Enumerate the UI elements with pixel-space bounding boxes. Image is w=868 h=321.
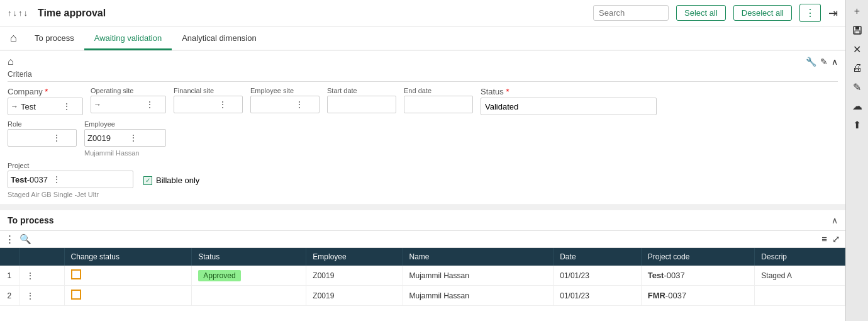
th-dots bbox=[19, 248, 64, 266]
th-description: Descrip bbox=[755, 248, 845, 266]
sort-icons: ↑ ↓ ↑ ↓ bbox=[8, 8, 28, 18]
th-date: Date bbox=[554, 248, 641, 266]
status-input[interactable] bbox=[481, 98, 657, 115]
sort-up-icon[interactable]: ↑ bbox=[8, 8, 12, 18]
row-desc-2 bbox=[755, 286, 845, 306]
row-date-2: 01/01/23 bbox=[554, 286, 641, 306]
tab-awaiting-validation[interactable]: Awaiting validation bbox=[84, 27, 172, 49]
project-sub: Staged Air GB Single -Jet Ultr bbox=[8, 191, 133, 198]
criteria-home-icon[interactable]: ⌂ bbox=[8, 56, 14, 67]
to-process-section: To process ∧ ⋮ 🔍 ≡ ⤢ Change status Statu… bbox=[0, 210, 845, 321]
project-dots[interactable]: ⋮ bbox=[51, 174, 62, 184]
row-change-status-2[interactable] bbox=[64, 286, 192, 306]
sidebar-print-icon[interactable]: 🖨 bbox=[849, 59, 866, 77]
criteria-title: Criteria bbox=[8, 70, 838, 82]
op-site-arrow-icon: → bbox=[94, 100, 101, 109]
th-name: Name bbox=[403, 248, 554, 266]
employee-field: Employee Z0019 ⋮ Mujammil Hassan bbox=[84, 120, 166, 157]
company-dots[interactable]: ⋮ bbox=[61, 101, 72, 111]
to-process-collapse-icon[interactable]: ∧ bbox=[832, 215, 838, 225]
status-field: Status * bbox=[481, 87, 657, 115]
end-date-input[interactable] bbox=[404, 96, 473, 113]
page-title: Time approval bbox=[38, 8, 106, 19]
company-label: Company * bbox=[8, 87, 83, 96]
toolbar-expand-icon[interactable]: ⤢ bbox=[832, 234, 840, 245]
sidebar-add-icon[interactable]: + bbox=[849, 3, 866, 20]
search-input[interactable] bbox=[593, 5, 669, 21]
sidebar-edit-icon[interactable]: ✎ bbox=[849, 78, 866, 96]
sidebar-cloud-icon[interactable]: ☁ bbox=[849, 97, 866, 115]
exit-icon[interactable]: ⇥ bbox=[828, 6, 838, 20]
sort-down-icon[interactable]: ↓ bbox=[13, 8, 18, 18]
employee-label: Employee bbox=[84, 120, 166, 128]
project-label: Project bbox=[8, 162, 133, 169]
row-change-status-1[interactable] bbox=[64, 266, 192, 286]
table-row: 2 ⋮ Z0019 Mujammil Hassan 01/01/23 FMR-0… bbox=[0, 286, 845, 306]
sort-down2-icon[interactable]: ↓ bbox=[24, 8, 28, 18]
nav-home-icon[interactable]: ⌂ bbox=[8, 26, 19, 50]
project-field: Project Test-0037 ⋮ Staged Air GB Single… bbox=[8, 162, 133, 198]
row-num: 1 bbox=[0, 266, 19, 286]
company-field: Company * → Test ⋮ bbox=[8, 87, 83, 115]
data-table: Change status Status Employee Name Date … bbox=[0, 248, 845, 306]
table-toolbar: ⋮ 🔍 ≡ ⤢ bbox=[0, 231, 845, 248]
row-status-1: Approved bbox=[192, 266, 306, 286]
row-name-2: Mujammil Hassan bbox=[403, 286, 554, 306]
fin-site-dots[interactable]: ⋮ bbox=[217, 99, 228, 110]
criteria-collapse-icon[interactable]: ∧ bbox=[832, 57, 838, 67]
row-employee-2: Z0019 bbox=[306, 286, 403, 306]
project-input-row: Test-0037 ⋮ bbox=[8, 171, 133, 188]
toolbar-stack-icon[interactable]: ≡ bbox=[821, 234, 827, 245]
sidebar-save-icon[interactable] bbox=[849, 21, 866, 39]
toolbar-search-icon[interactable]: 🔍 bbox=[19, 234, 31, 245]
operating-site-label: Operating site bbox=[91, 87, 166, 94]
employee-sub: Mujammil Hassan bbox=[84, 149, 166, 157]
sidebar-close-icon[interactable]: ✕ bbox=[849, 40, 866, 58]
row-dots-1[interactable]: ⋮ bbox=[19, 266, 64, 286]
th-change-status: Change status bbox=[64, 248, 192, 266]
tab-analytical-dimension[interactable]: Analytical dimension bbox=[172, 27, 267, 49]
op-site-dots[interactable]: ⋮ bbox=[144, 99, 155, 110]
row-project-1: Test-0037 bbox=[641, 266, 755, 286]
th-employee: Employee bbox=[306, 248, 403, 266]
financial-site-field: Financial site ⋮ bbox=[174, 87, 243, 113]
start-date-input[interactable] bbox=[327, 96, 396, 113]
right-sidebar: + ✕ 🖨 ✎ ☁ ⬆ bbox=[845, 0, 868, 321]
criteria-edit-icon[interactable]: ✎ bbox=[820, 57, 828, 67]
end-date-field: End date bbox=[404, 87, 473, 113]
financial-site-label: Financial site bbox=[174, 87, 243, 94]
row-dots-2[interactable]: ⋮ bbox=[19, 286, 64, 306]
company-arrow-icon: → bbox=[11, 102, 18, 111]
emp-site-dots[interactable]: ⋮ bbox=[294, 99, 305, 110]
operating-site-field: Operating site → ⋮ bbox=[91, 87, 166, 113]
criteria-row-2: Role ⋮ Employee Z0019 ⋮ Mujammil Hassan bbox=[8, 120, 838, 157]
sort-up2-icon[interactable]: ↑ bbox=[18, 8, 23, 18]
role-dots[interactable]: ⋮ bbox=[51, 133, 62, 143]
select-all-button[interactable]: Select all bbox=[676, 5, 726, 21]
row-desc-1: Staged A bbox=[755, 266, 845, 286]
billable-checkbox[interactable]: ✓ bbox=[143, 176, 152, 185]
deselect-all-button[interactable]: Deselect all bbox=[733, 5, 792, 21]
th-num bbox=[0, 248, 19, 266]
table-row: 1 ⋮ Approved Z0019 Mujammil Hassan 01/01… bbox=[0, 266, 845, 286]
criteria-section: ⌂ 🔧 ✎ ∧ Criteria Company * → Test ⋮ bbox=[0, 51, 845, 205]
billable-label: Billable only bbox=[156, 176, 199, 185]
row-project-2: FMR-0037 bbox=[641, 286, 755, 306]
employee-site-label: Employee site bbox=[250, 87, 320, 94]
row-employee-1: Z0019 bbox=[306, 266, 403, 286]
row-name-1: Mujammil Hassan bbox=[403, 266, 554, 286]
project-row: Project Test-0037 ⋮ Staged Air GB Single… bbox=[8, 162, 838, 198]
employee-dots[interactable]: ⋮ bbox=[128, 133, 139, 143]
header-dots-button[interactable]: ⋮ bbox=[799, 4, 821, 22]
toolbar-dots-icon[interactable]: ⋮ bbox=[5, 234, 14, 245]
tab-to-process[interactable]: To process bbox=[25, 27, 84, 49]
status-label: Status * bbox=[481, 87, 657, 96]
company-value: Test bbox=[21, 102, 58, 111]
header: ↑ ↓ ↑ ↓ Time approval Select all Deselec… bbox=[0, 0, 845, 26]
sidebar-upload-icon[interactable]: ⬆ bbox=[849, 116, 866, 133]
svg-rect-1 bbox=[855, 26, 859, 30]
criteria-wrench-icon[interactable]: 🔧 bbox=[806, 57, 816, 67]
to-process-title: To process bbox=[8, 215, 54, 225]
table-header-row: Change status Status Employee Name Date … bbox=[0, 248, 845, 266]
start-date-label: Start date bbox=[327, 87, 396, 94]
